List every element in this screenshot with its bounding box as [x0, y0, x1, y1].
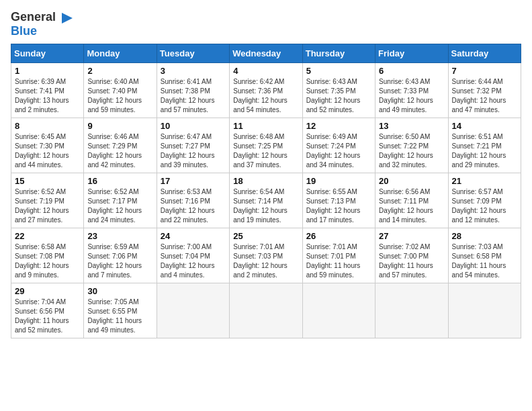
day-info: Sunrise: 7:02 AMSunset: 7:00 PMDaylight:…: [379, 242, 444, 280]
day-info: Sunrise: 6:44 AMSunset: 7:32 PMDaylight:…: [452, 77, 517, 115]
calendar-cell: 15Sunrise: 6:52 AMSunset: 7:19 PMDayligh…: [11, 173, 84, 228]
day-info: Sunrise: 6:39 AMSunset: 7:41 PMDaylight:…: [15, 77, 80, 115]
page-header: General Blue: [11, 11, 521, 38]
weekday-header-row: SundayMondayTuesdayWednesdayThursdayFrid…: [11, 44, 521, 62]
day-number: 25: [233, 231, 298, 241]
day-info: Sunrise: 6:46 AMSunset: 7:29 PMDaylight:…: [87, 132, 152, 170]
day-number: 30: [87, 286, 152, 296]
day-info: Sunrise: 6:51 AMSunset: 7:21 PMDaylight:…: [452, 132, 517, 170]
day-info: Sunrise: 6:50 AMSunset: 7:22 PMDaylight:…: [379, 132, 444, 170]
day-info: Sunrise: 6:58 AMSunset: 7:08 PMDaylight:…: [15, 242, 80, 280]
calendar-cell: 9Sunrise: 6:46 AMSunset: 7:29 PMDaylight…: [84, 118, 157, 173]
calendar-cell: [448, 283, 521, 338]
day-info: Sunrise: 6:40 AMSunset: 7:40 PMDaylight:…: [87, 77, 152, 115]
calendar-cell: 27Sunrise: 7:02 AMSunset: 7:00 PMDayligh…: [375, 228, 448, 283]
day-number: 28: [452, 231, 517, 241]
weekday-header-sunday: Sunday: [11, 44, 84, 62]
day-number: 5: [306, 66, 371, 76]
day-info: Sunrise: 6:57 AMSunset: 7:09 PMDaylight:…: [452, 187, 517, 225]
calendar-cell: 30Sunrise: 7:05 AMSunset: 6:55 PMDayligh…: [84, 283, 157, 338]
day-info: Sunrise: 6:53 AMSunset: 7:16 PMDaylight:…: [161, 187, 226, 225]
calendar-cell: 19Sunrise: 6:55 AMSunset: 7:13 PMDayligh…: [302, 173, 375, 228]
day-number: 11: [233, 121, 298, 131]
calendar-cell: 22Sunrise: 6:58 AMSunset: 7:08 PMDayligh…: [11, 228, 84, 283]
day-info: Sunrise: 7:04 AMSunset: 6:56 PMDaylight:…: [15, 298, 80, 335]
week-row-2: 8Sunrise: 6:45 AMSunset: 7:30 PMDaylight…: [11, 118, 521, 173]
calendar-cell: 10Sunrise: 6:47 AMSunset: 7:27 PMDayligh…: [157, 118, 229, 173]
day-info: Sunrise: 7:00 AMSunset: 7:04 PMDaylight:…: [161, 242, 226, 280]
day-info: Sunrise: 6:45 AMSunset: 7:30 PMDaylight:…: [15, 132, 80, 170]
calendar-cell: 29Sunrise: 7:04 AMSunset: 6:56 PMDayligh…: [11, 283, 84, 338]
calendar-cell: 20Sunrise: 6:56 AMSunset: 7:11 PMDayligh…: [375, 173, 448, 228]
calendar-cell: 24Sunrise: 7:00 AMSunset: 7:04 PMDayligh…: [157, 228, 229, 283]
calendar-cell: 16Sunrise: 6:52 AMSunset: 7:17 PMDayligh…: [84, 173, 157, 228]
calendar-cell: 5Sunrise: 6:43 AMSunset: 7:35 PMDaylight…: [302, 62, 375, 118]
day-number: 22: [15, 231, 80, 241]
week-row-4: 22Sunrise: 6:58 AMSunset: 7:08 PMDayligh…: [11, 228, 521, 283]
day-info: Sunrise: 6:41 AMSunset: 7:38 PMDaylight:…: [161, 77, 226, 115]
calendar-cell: 2Sunrise: 6:40 AMSunset: 7:40 PMDaylight…: [84, 62, 157, 118]
weekday-header-friday: Friday: [375, 44, 448, 62]
day-info: Sunrise: 6:59 AMSunset: 7:06 PMDaylight:…: [87, 242, 152, 280]
logo-blue: Blue: [11, 24, 37, 38]
calendar-cell: 12Sunrise: 6:49 AMSunset: 7:24 PMDayligh…: [302, 118, 375, 173]
day-number: 4: [233, 66, 298, 76]
calendar-table: SundayMondayTuesdayWednesdayThursdayFrid…: [11, 44, 521, 338]
day-number: 8: [15, 121, 80, 131]
weekday-header-monday: Monday: [84, 44, 157, 62]
calendar-cell: [230, 283, 302, 338]
svg-marker-0: [62, 13, 73, 24]
calendar-cell: [302, 283, 375, 338]
calendar-cell: 3Sunrise: 6:41 AMSunset: 7:38 PMDaylight…: [157, 62, 229, 118]
day-info: Sunrise: 7:01 AMSunset: 7:01 PMDaylight:…: [306, 242, 371, 280]
day-number: 14: [452, 121, 517, 131]
calendar-cell: 26Sunrise: 7:01 AMSunset: 7:01 PMDayligh…: [302, 228, 375, 283]
calendar-cell: 17Sunrise: 6:53 AMSunset: 7:16 PMDayligh…: [157, 173, 229, 228]
day-info: Sunrise: 7:01 AMSunset: 7:03 PMDaylight:…: [233, 242, 298, 280]
day-number: 17: [161, 176, 226, 186]
logo-general: General: [11, 10, 56, 24]
calendar-cell: 13Sunrise: 6:50 AMSunset: 7:22 PMDayligh…: [375, 118, 448, 173]
day-number: 12: [306, 121, 371, 131]
day-number: 24: [161, 231, 226, 241]
calendar-cell: 7Sunrise: 6:44 AMSunset: 7:32 PMDaylight…: [448, 62, 521, 118]
day-info: Sunrise: 6:47 AMSunset: 7:27 PMDaylight:…: [161, 132, 226, 170]
logo-triangle-icon: [60, 11, 74, 25]
weekday-header-tuesday: Tuesday: [157, 44, 229, 62]
day-info: Sunrise: 7:05 AMSunset: 6:55 PMDaylight:…: [87, 298, 152, 335]
calendar-cell: [157, 283, 229, 338]
day-info: Sunrise: 6:56 AMSunset: 7:11 PMDaylight:…: [379, 187, 444, 225]
calendar-cell: [375, 283, 448, 338]
calendar-cell: 21Sunrise: 6:57 AMSunset: 7:09 PMDayligh…: [448, 173, 521, 228]
calendar-cell: 28Sunrise: 7:03 AMSunset: 6:58 PMDayligh…: [448, 228, 521, 283]
day-info: Sunrise: 6:43 AMSunset: 7:33 PMDaylight:…: [379, 77, 444, 115]
day-number: 21: [452, 176, 517, 186]
day-info: Sunrise: 6:48 AMSunset: 7:25 PMDaylight:…: [233, 132, 298, 170]
day-number: 18: [233, 176, 298, 186]
calendar-cell: 18Sunrise: 6:54 AMSunset: 7:14 PMDayligh…: [230, 173, 302, 228]
week-row-3: 15Sunrise: 6:52 AMSunset: 7:19 PMDayligh…: [11, 173, 521, 228]
calendar-cell: 25Sunrise: 7:01 AMSunset: 7:03 PMDayligh…: [230, 228, 302, 283]
logo: General Blue: [11, 11, 74, 38]
day-number: 15: [15, 176, 80, 186]
day-number: 10: [161, 121, 226, 131]
day-number: 3: [161, 66, 226, 76]
day-number: 19: [306, 176, 371, 186]
day-info: Sunrise: 6:54 AMSunset: 7:14 PMDaylight:…: [233, 187, 298, 225]
day-number: 7: [452, 66, 517, 76]
day-info: Sunrise: 6:52 AMSunset: 7:19 PMDaylight:…: [15, 187, 80, 225]
day-number: 23: [87, 231, 152, 241]
day-info: Sunrise: 7:03 AMSunset: 6:58 PMDaylight:…: [452, 242, 517, 280]
weekday-header-thursday: Thursday: [302, 44, 375, 62]
day-info: Sunrise: 6:55 AMSunset: 7:13 PMDaylight:…: [306, 187, 371, 225]
day-number: 2: [87, 66, 152, 76]
calendar-cell: 1Sunrise: 6:39 AMSunset: 7:41 PMDaylight…: [11, 62, 84, 118]
calendar-cell: 8Sunrise: 6:45 AMSunset: 7:30 PMDaylight…: [11, 118, 84, 173]
day-number: 13: [379, 121, 444, 131]
day-number: 6: [379, 66, 444, 76]
day-info: Sunrise: 6:52 AMSunset: 7:17 PMDaylight:…: [87, 187, 152, 225]
calendar-cell: 6Sunrise: 6:43 AMSunset: 7:33 PMDaylight…: [375, 62, 448, 118]
calendar-cell: 23Sunrise: 6:59 AMSunset: 7:06 PMDayligh…: [84, 228, 157, 283]
weekday-header-saturday: Saturday: [448, 44, 521, 62]
calendar-cell: 14Sunrise: 6:51 AMSunset: 7:21 PMDayligh…: [448, 118, 521, 173]
